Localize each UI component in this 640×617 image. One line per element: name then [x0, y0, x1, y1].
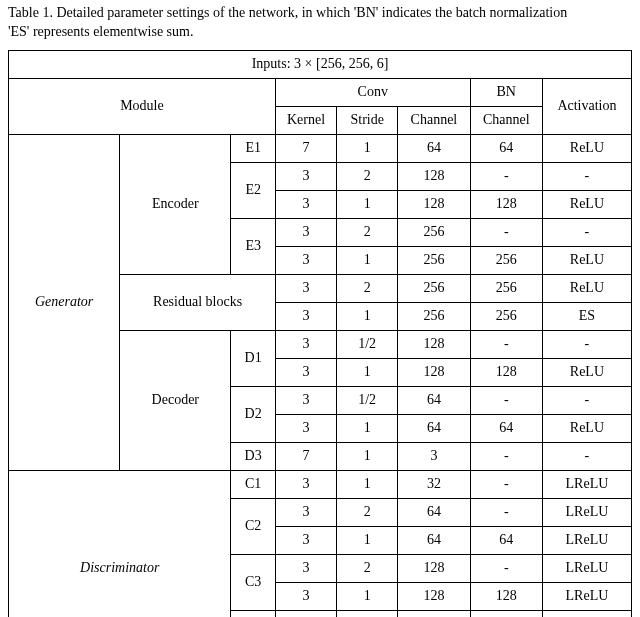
cell: ReLU [542, 274, 631, 302]
header-channel-conv: Channel [398, 106, 470, 134]
header-bn: BN [470, 78, 542, 106]
layer-label: C3 [231, 554, 275, 610]
group-discriminator: Discriminator [9, 470, 231, 617]
cell: ReLU [542, 134, 631, 162]
cell: 1 [337, 414, 398, 442]
module-residual: Residual blocks [120, 274, 276, 330]
cell: 128 [398, 582, 470, 610]
cell: 3 [398, 442, 470, 470]
cell: LReLU [542, 582, 631, 610]
layer-label: C4 [231, 610, 275, 617]
cell: 64 [470, 414, 542, 442]
cell: LReLU [542, 526, 631, 554]
cell: 2 [337, 218, 398, 246]
cell: 128 [398, 358, 470, 386]
cell: - [542, 330, 631, 358]
cell: 64 [398, 498, 470, 526]
cell: - [542, 218, 631, 246]
header-module: Module [9, 78, 276, 134]
header-kernel: Kernel [275, 106, 336, 134]
layer-label: D1 [231, 330, 275, 386]
cell: 256 [470, 274, 542, 302]
cell: 128 [398, 554, 470, 582]
cell: - [470, 554, 542, 582]
table-caption: Table 1. Detailed parameter settings of … [8, 4, 632, 42]
cell: 1 [337, 134, 398, 162]
layer-label: E3 [231, 218, 275, 274]
cell: 7 [275, 134, 336, 162]
cell: 128 [398, 190, 470, 218]
cell: 1/2 [337, 330, 398, 358]
cell: 1 [337, 246, 398, 274]
cell: - [470, 470, 542, 498]
cell: 3 [275, 470, 336, 498]
cell: - [542, 442, 631, 470]
cell: 256 [470, 246, 542, 274]
cell: 256 [470, 302, 542, 330]
cell: 3 [275, 246, 336, 274]
module-encoder: Encoder [120, 134, 231, 274]
module-decoder: Decoder [120, 330, 231, 470]
cell: 64 [398, 134, 470, 162]
header-channel-bn: Channel [470, 106, 542, 134]
cell: LReLU [542, 470, 631, 498]
cell: 3 [275, 162, 336, 190]
cell: 2 [337, 274, 398, 302]
cell: - [470, 162, 542, 190]
cell: 7 [275, 442, 336, 470]
cell: 256 [398, 610, 470, 617]
header-activation: Activation [542, 78, 631, 134]
cell: LReLU [542, 610, 631, 617]
layer-label: E1 [231, 134, 275, 162]
cell: 3 [275, 190, 336, 218]
cell: 64 [470, 134, 542, 162]
layer-label: D3 [231, 442, 275, 470]
cell: - [470, 386, 542, 414]
cell: 3 [275, 526, 336, 554]
cell: - [470, 330, 542, 358]
cell: 1 [337, 358, 398, 386]
cell: ReLU [542, 190, 631, 218]
cell: 1 [337, 526, 398, 554]
cell: 128 [470, 190, 542, 218]
network-parameter-table: Inputs: 3 × [256, 256, 6] Module Conv BN… [8, 50, 632, 617]
cell: 2 [337, 554, 398, 582]
cell: - [470, 442, 542, 470]
cell: 3 [275, 386, 336, 414]
cell: 2 [337, 498, 398, 526]
cell: 256 [470, 610, 542, 617]
header-conv: Conv [275, 78, 470, 106]
header-stride: Stride [337, 106, 398, 134]
inputs-row: Inputs: 3 × [256, 256, 6] [9, 50, 632, 78]
cell: 64 [398, 386, 470, 414]
cell: 128 [398, 330, 470, 358]
cell: 128 [398, 162, 470, 190]
cell: 3 [275, 610, 336, 617]
cell: 64 [398, 526, 470, 554]
cell: 128 [470, 582, 542, 610]
caption-line-2: 'ES' represents elementwise sum. [8, 24, 193, 39]
cell: 3 [275, 582, 336, 610]
cell: 1 [337, 582, 398, 610]
cell: ReLU [542, 414, 631, 442]
cell: 2 [337, 162, 398, 190]
cell: 3 [275, 498, 336, 526]
cell: ReLU [542, 358, 631, 386]
cell: LReLU [542, 554, 631, 582]
group-generator: Generator [9, 134, 120, 470]
cell: 256 [398, 218, 470, 246]
cell: ES [542, 302, 631, 330]
cell: - [470, 498, 542, 526]
cell: 3 [275, 274, 336, 302]
cell: 3 [275, 218, 336, 246]
cell: - [470, 218, 542, 246]
cell: 64 [398, 414, 470, 442]
cell: ReLU [542, 246, 631, 274]
cell: LReLU [542, 498, 631, 526]
cell: - [542, 162, 631, 190]
cell: 3 [275, 358, 336, 386]
cell: 32 [398, 470, 470, 498]
cell: 256 [398, 246, 470, 274]
cell: 3 [275, 414, 336, 442]
cell: - [542, 386, 631, 414]
